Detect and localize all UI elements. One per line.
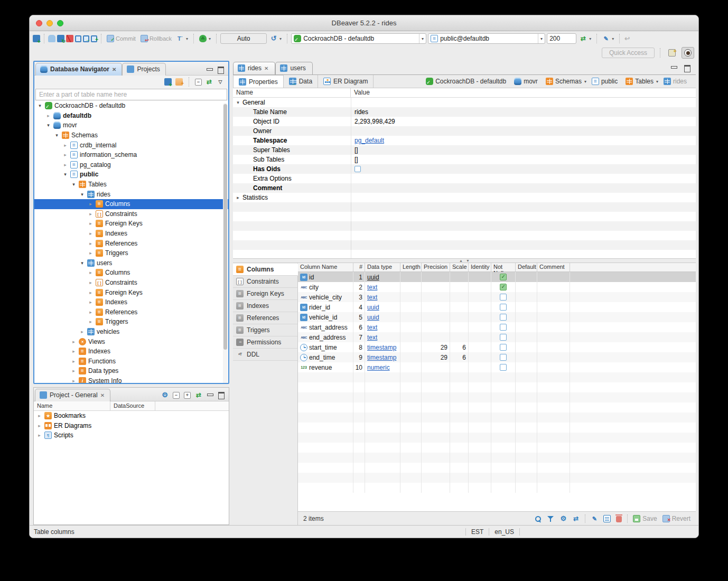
open-sql-console-icon[interactable]: [83, 35, 89, 42]
maximize-panel-icon[interactable]: [218, 392, 225, 398]
not-null-checkbox[interactable]: [500, 274, 507, 280]
column-header-name[interactable]: Name: [34, 401, 110, 410]
project-item[interactable]: ▸ ER Diagrams: [34, 421, 229, 431]
tree-item[interactable]: ▸ Triggers: [34, 248, 228, 258]
twisty-icon[interactable]: ▸: [88, 299, 94, 305]
new-folder-icon[interactable]: [175, 78, 183, 86]
tree-item[interactable]: ▸ References: [34, 238, 228, 248]
maximize-panel-icon[interactable]: [217, 67, 224, 73]
database-selector[interactable]: public@defaultdb ▾: [428, 33, 545, 44]
header-scale[interactable]: Scale: [450, 263, 469, 271]
has-oids-checkbox[interactable]: [354, 166, 361, 172]
collapse-all-icon[interactable]: [195, 79, 202, 86]
breadcrumb-item[interactable]: CockroachDB - defaultdb: [426, 78, 509, 85]
twisty-icon[interactable]: ▾: [71, 182, 77, 187]
twisty-icon[interactable]: ▸: [79, 329, 85, 334]
view-columns-icon[interactable]: [603, 515, 611, 522]
gear-icon[interactable]: [161, 391, 169, 399]
tree-item[interactable]: ▸ Views: [34, 336, 228, 346]
save-button[interactable]: Save: [633, 515, 657, 522]
property-row[interactable]: Tablespace pg_default: [233, 136, 696, 145]
twisty-icon[interactable]: ▸: [88, 310, 94, 315]
column-row[interactable]: id 1 uuid: [298, 272, 696, 282]
tree-item[interactable]: ▾ CockroachDB - defaultdb: [34, 101, 228, 111]
section-tab[interactable]: Foreign Keys: [233, 288, 297, 300]
commit-button[interactable]: Commit: [105, 34, 137, 43]
data-type-link[interactable]: uuid: [367, 274, 379, 281]
connect-icon[interactable]: [48, 35, 55, 42]
back-icon[interactable]: [623, 35, 631, 42]
tree-item[interactable]: ▸ defaultdb: [34, 111, 228, 121]
twisty-icon[interactable]: ▸: [88, 211, 94, 217]
twisty-icon[interactable]: ▾: [62, 172, 68, 177]
dbeaver-perspective-button[interactable]: [682, 47, 694, 59]
twisty-icon[interactable]: ▾: [79, 260, 85, 266]
expand-all-icon[interactable]: [184, 392, 191, 399]
header-column-name[interactable]: Column Name: [298, 263, 353, 271]
header-length[interactable]: Length: [400, 263, 422, 271]
subtab-properties[interactable]: Properties: [233, 75, 284, 88]
twisty-icon[interactable]: ▸: [88, 319, 94, 324]
property-row[interactable]: Object ID 2,293,998,429: [233, 117, 696, 126]
reconnect-icon[interactable]: [57, 35, 64, 42]
twisty-icon[interactable]: ▾: [54, 133, 60, 138]
delete-icon[interactable]: [616, 516, 622, 522]
transaction-log-button[interactable]: ▾: [175, 34, 190, 43]
data-type-link[interactable]: timestamp: [367, 344, 396, 351]
close-icon[interactable]: ✕: [264, 65, 268, 71]
settings-icon[interactable]: [559, 515, 567, 522]
column-row[interactable]: start_time 8 timestamp 29 6: [298, 342, 696, 352]
close-icon[interactable]: ✕: [100, 392, 105, 398]
twisty-icon[interactable]: ▾: [235, 100, 241, 105]
quick-access-input[interactable]: Quick Access: [602, 48, 655, 58]
data-type-link[interactable]: text: [367, 324, 377, 331]
disconnect-icon[interactable]: [66, 35, 73, 42]
fetch-size-input[interactable]: 200: [547, 33, 576, 44]
not-null-checkbox[interactable]: [500, 314, 507, 321]
maximize-editor-icon[interactable]: [684, 65, 690, 71]
twisty-icon[interactable]: ▸: [71, 339, 77, 344]
tree-item[interactable]: ▸ Foreign Keys: [34, 287, 228, 297]
column-row[interactable]: end_address 7 text: [298, 332, 696, 342]
editor-tab-users[interactable]: users: [275, 62, 312, 74]
twisty-icon[interactable]: ▾: [37, 103, 43, 108]
column-row[interactable]: revenue 10 numeric: [298, 362, 696, 372]
tree-item[interactable]: ▸ Functions: [34, 356, 228, 366]
twisty-icon[interactable]: ▸: [62, 143, 68, 148]
tree-scrollbar[interactable]: [223, 103, 228, 383]
link-with-editor-icon[interactable]: [195, 391, 202, 399]
not-null-checkbox[interactable]: [500, 334, 507, 341]
compare-structure-icon[interactable]: [572, 515, 580, 522]
header-data-type[interactable]: Data type: [365, 263, 400, 271]
twisty-icon[interactable]: ▸: [88, 270, 94, 275]
tree-item[interactable]: ▾ Schemas: [34, 130, 228, 140]
twisty-icon[interactable]: ▾: [79, 192, 85, 197]
tree-item[interactable]: ▸ Columns: [34, 199, 228, 209]
refresh-button[interactable]: ▾: [578, 34, 593, 43]
commit-mode-combo[interactable]: Auto: [220, 33, 267, 44]
table-filter-input[interactable]: Enter a part of table name here: [35, 89, 227, 100]
twisty-icon[interactable]: ▸: [88, 280, 94, 285]
rollback-button[interactable]: Rollback: [139, 34, 173, 43]
new-connection-icon[interactable]: [33, 35, 40, 42]
not-null-checkbox[interactable]: [500, 294, 507, 301]
not-null-checkbox[interactable]: [500, 304, 507, 311]
connection-selector[interactable]: CockroachDB - defaultdb ▾: [291, 33, 426, 44]
section-tab[interactable]: DDL: [233, 349, 297, 361]
tree-item[interactable]: ▸ vehicles: [34, 327, 228, 337]
breadcrumb-item[interactable]: rides: [664, 78, 689, 85]
tab-projects[interactable]: Projects: [122, 63, 165, 76]
project-item[interactable]: ▸ Bookmarks: [34, 411, 229, 421]
tree-item[interactable]: ▸ System Info: [34, 376, 228, 383]
twisty-icon[interactable]: ▸: [36, 433, 42, 438]
tree-item[interactable]: ▾ movr: [34, 120, 228, 130]
edit-icon[interactable]: [591, 515, 598, 522]
breadcrumb-item[interactable]: Tables ▾: [626, 78, 658, 85]
tree-item[interactable]: ▾ Tables: [34, 180, 228, 190]
data-type-link[interactable]: text: [367, 334, 377, 341]
tree-item[interactable]: ▸ Indexes: [34, 297, 228, 307]
section-tab[interactable]: Constraints: [233, 276, 297, 288]
column-row[interactable]: vehicle_city 3 text: [298, 292, 696, 302]
not-null-checkbox[interactable]: [500, 324, 507, 331]
breadcrumb-item[interactable]: public: [592, 78, 620, 85]
